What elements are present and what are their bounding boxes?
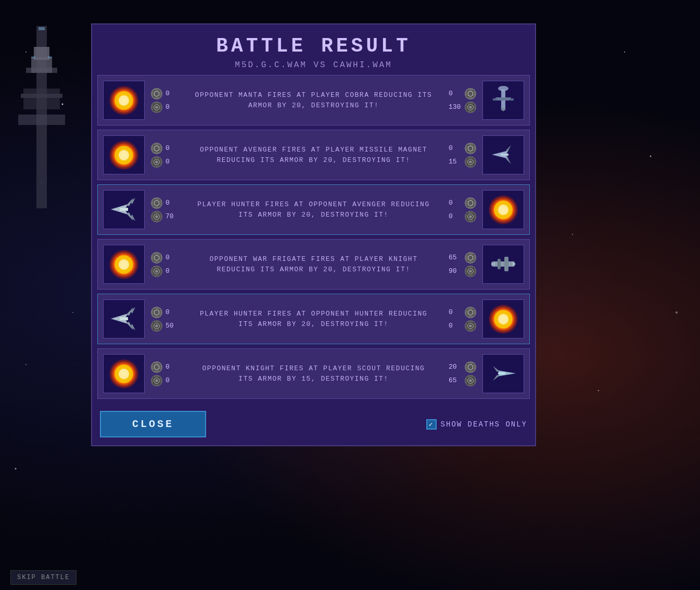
left-shield-row-1: 0: [151, 143, 182, 154]
left-armor-icon-4: [151, 320, 162, 332]
right-portrait-3: [482, 245, 524, 284]
left-shield-val-1: 0: [166, 144, 179, 152]
right-shield-row-2: 0: [449, 197, 476, 209]
svg-point-10: [72, 312, 73, 313]
svg-point-48: [469, 160, 472, 163]
right-shield-row-3: 65: [449, 252, 476, 263]
left-portrait-4: [103, 299, 145, 338]
left-armor-icon-2: [151, 211, 162, 222]
battle-text-1: OPPONENT AVENGER FIRES AT PLAYER MISSILE…: [188, 145, 439, 165]
left-shield-val-2: 0: [166, 199, 179, 207]
left-armor-icon-3: [151, 266, 162, 277]
left-armor-icon-0: [151, 102, 162, 113]
left-shield-val-4: 0: [166, 308, 179, 316]
show-deaths-text: SHOW DEATHS ONLY: [441, 420, 527, 429]
left-stats-4: 0 50: [151, 307, 182, 332]
right-shield-icon-0: [465, 88, 476, 99]
left-armor-icon-1: [151, 156, 162, 168]
left-armor-val-4: 50: [166, 322, 179, 330]
battle-entry-0: 0 0 OPPONENT MANTA FIRES AT PLAYER COBRA…: [97, 75, 530, 125]
left-shield-icon-4: [151, 307, 162, 318]
left-armor-row-1: 0: [151, 156, 182, 168]
svg-marker-115: [493, 366, 499, 372]
svg-rect-18: [39, 27, 45, 30]
svg-point-102: [498, 314, 508, 324]
svg-point-72: [119, 259, 129, 270]
right-shield-icon-1: [465, 143, 476, 154]
skip-battle-button[interactable]: SKIP BATTLE: [10, 570, 77, 585]
svg-rect-19: [31, 56, 35, 58]
svg-rect-85: [491, 262, 495, 266]
svg-point-3: [624, 52, 625, 53]
svg-point-5: [572, 234, 573, 235]
left-shield-row-2: 0: [151, 197, 182, 209]
close-button[interactable]: CLOSE: [100, 411, 206, 437]
right-armor-row-5: 65: [449, 375, 476, 386]
right-armor-icon-0: [465, 102, 476, 113]
right-shield-val-1: 0: [449, 144, 462, 152]
left-armor-row-3: 0: [151, 266, 182, 277]
right-shield-icon-4: [465, 307, 476, 318]
svg-rect-89: [120, 317, 128, 320]
left-shield-icon-3: [151, 252, 162, 263]
right-shield-row-1: 0: [449, 143, 476, 154]
right-armor-row-1: 15: [449, 156, 476, 168]
svg-point-109: [155, 379, 158, 382]
left-stats-2: 0 70: [151, 197, 182, 222]
right-shield-row-5: 20: [449, 361, 476, 373]
svg-rect-33: [495, 97, 511, 101]
matchup-text: M5D.G.C.WAM VS CAWHI.WAM: [103, 60, 525, 70]
right-portrait-4: [482, 299, 524, 338]
svg-rect-15: [34, 47, 49, 60]
right-armor-icon-3: [465, 266, 476, 277]
left-shield-row-0: 0: [151, 88, 182, 99]
left-armor-row-4: 50: [151, 320, 182, 332]
svg-rect-83: [504, 257, 508, 271]
left-shield-icon-2: [151, 197, 162, 209]
right-portrait-1: [482, 135, 524, 174]
right-armor-val-4: 0: [449, 322, 462, 330]
right-shield-row-4: 0: [449, 307, 476, 318]
battle-entry-2: 0 70 PLAYER HUNTER FIRES AT OPPONENT AVE…: [97, 184, 530, 235]
svg-point-6: [676, 311, 678, 313]
left-shield-icon-0: [151, 88, 162, 99]
right-stats-5: 20 65: [445, 361, 476, 386]
battle-text-4: PLAYER HUNTER FIRES AT OPPONENT HUNTER R…: [188, 309, 439, 329]
right-armor-val-5: 65: [449, 376, 462, 384]
left-shield-row-3: 0: [151, 252, 182, 263]
show-deaths-checkbox[interactable]: ✓: [426, 419, 437, 430]
svg-rect-36: [510, 98, 514, 101]
svg-rect-35: [493, 98, 497, 101]
left-stats-1: 0 0: [151, 143, 182, 168]
right-armor-row-0: 130: [449, 102, 476, 113]
svg-point-34: [498, 86, 508, 91]
right-shield-icon-5: [465, 361, 476, 373]
left-shield-val-5: 0: [166, 363, 179, 371]
right-armor-row-2: 0: [449, 211, 476, 222]
left-portrait-2: [103, 190, 145, 229]
battle-result-dialog: BATTLE RESULT M5D.G.C.WAM VS CAWHI.WAM 0: [91, 23, 536, 446]
right-armor-row-3: 90: [449, 266, 476, 277]
svg-point-99: [469, 324, 472, 327]
left-shield-icon-5: [151, 361, 162, 373]
svg-marker-51: [506, 145, 511, 152]
battle-entry-4: 0 50 PLAYER HUNTER FIRES AT OPPONENT HUN…: [97, 294, 530, 344]
show-deaths-label[interactable]: ✓ SHOW DEATHS ONLY: [426, 419, 527, 430]
svg-rect-117: [498, 372, 505, 374]
left-stats-3: 0 0: [151, 252, 182, 277]
left-armor-val-3: 0: [166, 267, 179, 275]
left-decoration-ship: [16, 26, 68, 211]
svg-point-40: [119, 150, 129, 160]
right-shield-val-2: 0: [449, 199, 462, 207]
right-armor-icon-2: [465, 211, 476, 222]
svg-marker-116: [493, 375, 499, 381]
right-portrait-5: [482, 354, 524, 393]
left-armor-icon-5: [151, 375, 162, 386]
left-armor-val-0: 0: [166, 103, 179, 111]
battle-text-3: OPPONENT WAR FRIGATE FIRES AT PLAYER KNI…: [188, 254, 439, 274]
right-stats-0: 0 130: [445, 88, 476, 113]
right-shield-val-5: 20: [449, 363, 462, 371]
right-shield-val-3: 65: [449, 254, 462, 261]
left-armor-row-2: 70: [151, 211, 182, 222]
left-shield-val-0: 0: [166, 90, 179, 97]
